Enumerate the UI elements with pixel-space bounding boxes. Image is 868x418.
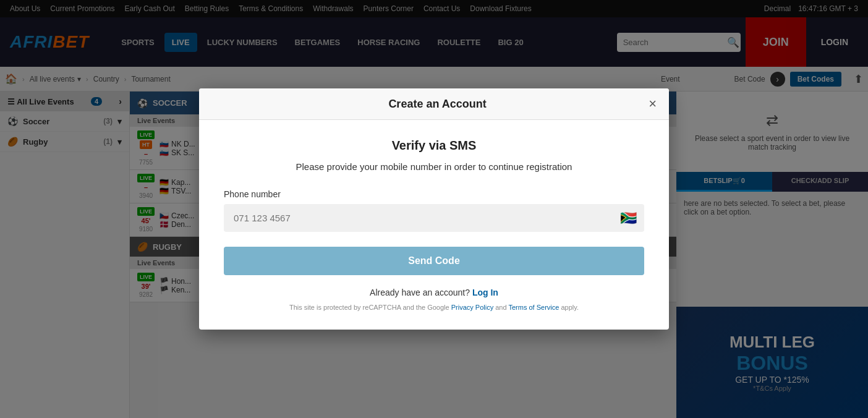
send-code-button[interactable]: Send Code (224, 247, 644, 275)
modal: Create an Account × Verify via SMS Pleas… (199, 88, 669, 330)
modal-header: Create an Account × (199, 88, 669, 120)
modal-close-button[interactable]: × (649, 97, 657, 111)
phone-input-row: 🇿🇦 (224, 204, 644, 232)
flag-selector-button[interactable]: 🇿🇦 (613, 205, 644, 231)
terms-of-service-link[interactable]: Terms of Service (508, 304, 559, 311)
privacy-policy-link[interactable]: Privacy Policy (451, 304, 493, 311)
verify-title: Verify via SMS (224, 139, 644, 153)
modal-overlay[interactable]: Create an Account × Verify via SMS Pleas… (0, 0, 868, 418)
modal-title: Create an Account (226, 98, 649, 111)
phone-input[interactable] (224, 204, 613, 232)
modal-body: Verify via SMS Please provide your mobil… (199, 120, 669, 330)
already-account-text: Already have an account? Log In (224, 288, 644, 297)
phone-label: Phone number (224, 189, 644, 199)
verify-desc: Please provide your mobile number in ord… (224, 161, 644, 172)
log-in-link[interactable]: Log In (472, 288, 498, 297)
recaptcha-text: This site is protected by reCAPTCHA and … (224, 304, 644, 311)
